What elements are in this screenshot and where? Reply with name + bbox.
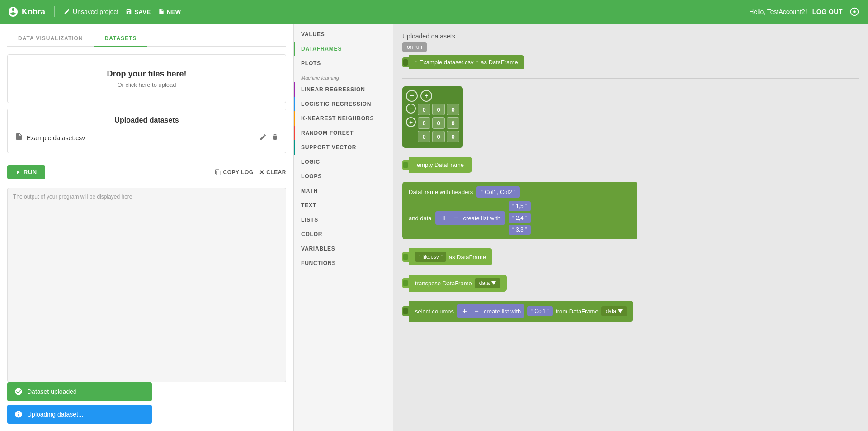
cell-1-0: 0 (418, 117, 430, 129)
data-dropdown[interactable]: data (475, 278, 500, 288)
run-bar: RUN COPY LOG ✕ CLEAR (7, 161, 286, 184)
delete-dataset-button[interactable] (271, 133, 278, 142)
matrix-block-row: − + − 0 0 0 + 0 0 0 0 0 (402, 86, 859, 148)
category-values[interactable]: VALUES (294, 27, 393, 42)
category-dataframes[interactable]: DATAFRAMES (294, 42, 393, 56)
cell-1-2: 0 (447, 117, 459, 129)
save-button[interactable]: SAVE (126, 9, 151, 15)
category-variables[interactable]: VARIABLES (294, 242, 393, 256)
file-csv-block: “ file.csv ” as DataFrame (402, 248, 492, 265)
cell-1-1: 0 (432, 117, 445, 129)
list-plus[interactable]: + (440, 213, 449, 223)
run-button[interactable]: RUN (7, 165, 45, 179)
tab-bar: DATA VISUALIZATION DATASETS (7, 31, 286, 47)
category-random-forest[interactable]: RANDOM FOREST (294, 126, 393, 140)
category-logic[interactable]: LOGIC (294, 155, 393, 169)
upload-area[interactable]: Drop your files here! Or click here to u… (7, 54, 286, 103)
matrix-row-1: − 0 0 0 (406, 104, 459, 115)
left-panel: DATA VISUALIZATION DATASETS Drop your fi… (0, 24, 294, 431)
dataset-item: Example dataset.csv (15, 130, 278, 146)
from-df-label: from DataFrame (556, 308, 599, 315)
copy-icon (215, 169, 221, 175)
logout-button[interactable]: LOG OUT (812, 8, 843, 15)
file-csv-row: “ file.csv ” as DataFrame (402, 248, 859, 265)
matrix-row2-plus[interactable]: + (406, 117, 416, 127)
upload-link[interactable]: Or click here to upload (22, 81, 271, 88)
copy-log-button[interactable]: COPY LOG (215, 169, 254, 175)
greeting: Hello, TestAccount2! (749, 8, 807, 15)
datasets-section: Uploaded datasets Example dataset.csv (7, 109, 286, 153)
save-icon (126, 9, 132, 15)
cell-2-0: 0 (418, 131, 430, 142)
header-divider (54, 6, 55, 17)
matrix-row-2: + 0 0 0 (406, 117, 459, 129)
category-logistic-regression[interactable]: LOGISTIC REGRESSION (294, 97, 393, 111)
cell-0-1: 0 (432, 104, 445, 115)
matrix-minus-outer[interactable]: − (406, 90, 418, 102)
data-values: “1,5” “2,4” “3,3” (509, 201, 531, 235)
tab-data-visualization[interactable]: DATA VISUALIZATION (7, 31, 94, 46)
category-math[interactable]: MATH (294, 184, 393, 198)
transpose-label: transpose DataFrame (415, 280, 472, 287)
category-linear-regression[interactable]: LINEAR REGRESSION (294, 82, 393, 97)
tab-datasets[interactable]: DATASETS (94, 31, 148, 46)
val-1: “1,5” (509, 201, 531, 211)
file-icon (15, 133, 23, 143)
notification-info: Uploading dataset... (7, 405, 152, 424)
dataset-filename: Example dataset.csv (27, 134, 256, 142)
from-df-dropdown[interactable]: data (601, 306, 627, 316)
sel-minus[interactable]: − (472, 307, 481, 316)
settings-icon (849, 7, 859, 17)
edit-dataset-button[interactable] (259, 133, 267, 142)
info-icon (14, 410, 23, 418)
category-functions[interactable]: FUNCTIONS (294, 256, 393, 270)
select-columns-block: select columns + − create list with “ Co… (402, 301, 633, 322)
category-text[interactable]: TEXT (294, 198, 393, 213)
category-loops[interactable]: LOOPS (294, 169, 393, 184)
clear-button[interactable]: ✕ CLEAR (259, 169, 286, 176)
settings-button[interactable] (848, 5, 861, 18)
blocks-panel: Uploaded datasets on run “ Example datas… (393, 24, 868, 431)
empty-df-row: empty DataFrame (402, 157, 859, 173)
select-columns-label: select columns (415, 308, 454, 315)
kobra-logo-icon (7, 6, 19, 18)
from-df-chevron (618, 309, 623, 313)
category-color[interactable]: COLOR (294, 227, 393, 242)
col-headers-input[interactable]: “ Col1, Col2 ” (476, 186, 520, 198)
pencil-icon (64, 9, 70, 15)
category-plots[interactable]: PLOTS (294, 56, 393, 71)
project-name[interactable]: Unsaved project (64, 8, 118, 15)
svg-point-0 (853, 10, 856, 13)
separator (402, 78, 859, 79)
dropdown-chevron (491, 281, 496, 285)
matrix-row1-minus[interactable]: − (406, 104, 416, 114)
empty-df-block: empty DataFrame (402, 157, 472, 173)
notification-success: Dataset uploaded (7, 382, 152, 401)
category-k-nearest[interactable]: K-NEAREST NEIGHBORS (294, 111, 393, 126)
cell-0-2: 0 (447, 104, 459, 115)
uploaded-datasets-header: Uploaded datasets on run “ Example datas… (402, 33, 524, 69)
sel-plus[interactable]: + (460, 307, 469, 316)
ml-section-header: Machine learning (294, 71, 393, 82)
matrix-controls: − + (406, 90, 459, 102)
app-name: Kobra (22, 7, 45, 17)
cell-2-2: 0 (447, 131, 459, 142)
logo: Kobra (7, 6, 45, 18)
transpose-row: transpose DataFrame data (402, 275, 859, 292)
dataset-actions (259, 133, 278, 142)
category-support-vector[interactable]: SUPPORT VECTOR (294, 140, 393, 155)
output-area: The output of your program will be displ… (7, 188, 286, 382)
matrix-plus-outer[interactable]: + (420, 90, 432, 102)
drop-text: Drop your files here! (22, 69, 271, 79)
new-button[interactable]: NEW (158, 9, 181, 15)
as-dataframe-2: as DataFrame (449, 254, 486, 260)
uploaded-datasets-block-row: Uploaded datasets on run “ Example datas… (402, 33, 859, 69)
df-headers-label: DataFrame with headers (409, 189, 473, 195)
main: DATA VISUALIZATION DATASETS Drop your fi… (0, 24, 868, 431)
file-csv-input[interactable]: “ file.csv ” (415, 252, 446, 262)
val-2: “2,4” (509, 213, 531, 223)
save-label: SAVE (134, 9, 151, 15)
list-minus[interactable]: − (452, 213, 461, 223)
category-lists[interactable]: LISTS (294, 213, 393, 227)
and-data-label: and data (409, 215, 432, 222)
